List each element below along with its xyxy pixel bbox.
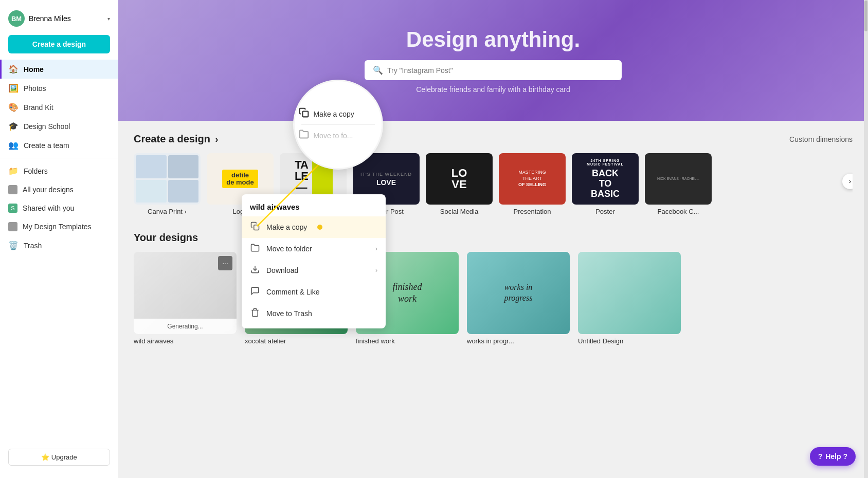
template-label: Canva Print › bbox=[134, 208, 201, 215]
hero-title: Design anything. bbox=[406, 27, 580, 52]
scrollbar-track[interactable] bbox=[864, 0, 868, 478]
scroll-right-arrow[interactable]: › bbox=[842, 174, 853, 189]
your-designs-title: Your designs bbox=[134, 232, 198, 244]
sidebar-item-create-team[interactable]: 👥 Create a team bbox=[0, 136, 118, 155]
photos-icon: 🖼️ bbox=[8, 83, 19, 93]
design-works-in-progress[interactable]: works inprogress works in progr... bbox=[467, 252, 570, 345]
divider bbox=[301, 124, 375, 125]
sidebar-bottom: ⭐ Upgrade bbox=[0, 443, 118, 472]
folder-icon: 📁 bbox=[8, 166, 19, 176]
avatar: BM bbox=[8, 10, 25, 27]
context-comment-like[interactable]: Comment & Like bbox=[242, 281, 386, 303]
context-item-label: Move to Trash bbox=[266, 309, 312, 318]
main-content: Design anything. 🔍 Celebrate friends and… bbox=[118, 0, 868, 478]
home-icon: 🏠 bbox=[8, 64, 19, 74]
template-presentation[interactable]: MASTERING THE ART OF SELLING Presentatio… bbox=[499, 153, 566, 215]
trash-icon: 🗑️ bbox=[8, 241, 19, 250]
three-dots-button[interactable]: ··· bbox=[218, 256, 232, 270]
sidebar-item-design-school[interactable]: 🎓 Design School bbox=[0, 117, 118, 136]
user-name: Brenna Miles bbox=[29, 14, 103, 23]
template-label: Poster bbox=[572, 208, 639, 215]
context-make-copy[interactable]: Make a copy bbox=[242, 216, 386, 238]
context-download[interactable]: Download › bbox=[242, 260, 386, 281]
help-button[interactable]: ? Help ? bbox=[810, 447, 856, 466]
sidebar-item-label: Folders bbox=[24, 167, 48, 175]
hero-banner: Design anything. 🔍 Celebrate friends and… bbox=[118, 0, 868, 121]
sidebar-item-label: Trash bbox=[24, 242, 42, 250]
sidebar-item-label: Brand Kit bbox=[24, 103, 53, 112]
design-thumbnail bbox=[578, 252, 681, 334]
context-menu-title: wild airwaves bbox=[242, 198, 386, 216]
template-label: Social Media bbox=[426, 208, 493, 215]
magnify-preview: Make a copy Move to fo... bbox=[293, 80, 383, 170]
sidebar-item-my-templates[interactable]: My Design Templates bbox=[0, 217, 118, 236]
sidebar: BM Brenna Miles ▾ Create a design 🏠 Home… bbox=[0, 0, 118, 478]
content-area: Create a design › Custom dimensions Canv… bbox=[118, 121, 868, 357]
custom-dimensions-link[interactable]: Custom dimensions bbox=[789, 135, 853, 143]
sidebar-item-label: My Design Templates bbox=[23, 223, 92, 231]
scrollbar-thumb[interactable] bbox=[864, 1, 867, 31]
trash-move-icon bbox=[250, 308, 260, 319]
sidebar-item-trash[interactable]: 🗑️ Trash bbox=[0, 236, 118, 255]
template-social-media[interactable]: LOVE Social Media bbox=[426, 153, 493, 215]
context-move-trash[interactable]: Move to Trash bbox=[242, 303, 386, 324]
template-label: Presentation bbox=[499, 208, 566, 215]
svg-rect-0 bbox=[254, 225, 259, 230]
hero-search-box[interactable]: 🔍 bbox=[365, 60, 622, 80]
sidebar-item-label: Create a team bbox=[24, 141, 69, 150]
sidebar-item-label: Shared with you bbox=[23, 204, 74, 212]
folder-move-icon bbox=[250, 243, 260, 254]
design-title: xocolat atelier bbox=[245, 337, 348, 345]
design-thumbnail: ··· Generating... bbox=[134, 252, 237, 334]
context-menu: wild airwaves Make a copy Move to folder… bbox=[242, 194, 386, 328]
folder-icon-magnified bbox=[299, 129, 309, 142]
team-icon: 👥 bbox=[8, 140, 19, 150]
create-design-button[interactable]: Create a design bbox=[8, 35, 110, 53]
sidebar-item-label: Home bbox=[24, 65, 44, 73]
design-title: wild airwaves bbox=[134, 337, 237, 345]
sidebar-navigation: 🏠 Home 🖼️ Photos 🎨 Brand Kit 🎓 Design Sc… bbox=[0, 60, 118, 443]
create-section-header: Create a design › Custom dimensions bbox=[134, 133, 853, 145]
brand-icon: 🎨 bbox=[8, 102, 19, 112]
chevron-down-icon: ▾ bbox=[107, 16, 110, 22]
design-title: works in progr... bbox=[467, 337, 570, 345]
generating-overlay: Generating... bbox=[134, 319, 237, 334]
copy-icon-magnified bbox=[299, 107, 309, 120]
sidebar-item-folders[interactable]: 📁 Folders bbox=[0, 161, 118, 180]
create-section-title: Create a design › bbox=[134, 133, 219, 145]
template-label: Facebook C... bbox=[645, 208, 712, 215]
hero-subtitle: Celebrate friends and family with a birt… bbox=[416, 85, 570, 94]
sidebar-item-shared[interactable]: S Shared with you bbox=[0, 199, 118, 217]
user-profile[interactable]: BM Brenna Miles ▾ bbox=[0, 6, 118, 33]
search-input[interactable] bbox=[387, 66, 613, 75]
design-untitled[interactable]: Untitled Design bbox=[578, 252, 681, 345]
school-icon: 🎓 bbox=[8, 121, 19, 131]
svg-rect-2 bbox=[303, 112, 309, 117]
sidebar-item-all-designs[interactable]: All your designs bbox=[0, 180, 118, 199]
template-facebook[interactable]: NICK EVANS · RACHEL... Facebook C... bbox=[645, 153, 712, 215]
upgrade-button[interactable]: ⭐ Upgrade bbox=[8, 449, 110, 466]
magnify-item-copy: Make a copy bbox=[299, 107, 377, 120]
design-title: Untitled Design bbox=[578, 337, 681, 345]
template-poster[interactable]: 24TH SPRINGMUSIC FESTIVAL BACKTOBASIC Po… bbox=[572, 153, 639, 215]
context-move-folder[interactable]: Move to folder › bbox=[242, 238, 386, 260]
design-title: finished work bbox=[356, 337, 459, 345]
sidebar-item-label: All your designs bbox=[23, 186, 74, 194]
nav-divider bbox=[0, 158, 118, 158]
shared-icon: S bbox=[8, 204, 17, 213]
download-icon bbox=[250, 265, 260, 276]
context-item-label: Make a copy bbox=[266, 223, 307, 231]
context-item-label: Move to folder bbox=[266, 245, 312, 253]
search-icon: 🔍 bbox=[373, 65, 383, 75]
sidebar-item-home[interactable]: 🏠 Home bbox=[0, 60, 118, 79]
chevron-right-icon: › bbox=[375, 245, 377, 252]
context-item-label: Download bbox=[266, 266, 298, 274]
chevron-right-icon: › bbox=[375, 267, 377, 274]
design-wild-airwaves[interactable]: ··· Generating... wild airwaves bbox=[134, 252, 237, 345]
sidebar-item-brand-kit[interactable]: 🎨 Brand Kit bbox=[0, 98, 118, 117]
comment-icon bbox=[250, 286, 260, 298]
highlight-dot bbox=[317, 225, 322, 230]
sidebar-item-photos[interactable]: 🖼️ Photos bbox=[0, 79, 118, 98]
template-canva-print[interactable]: Canva Print › bbox=[134, 153, 201, 215]
context-item-label: Comment & Like bbox=[266, 288, 319, 296]
